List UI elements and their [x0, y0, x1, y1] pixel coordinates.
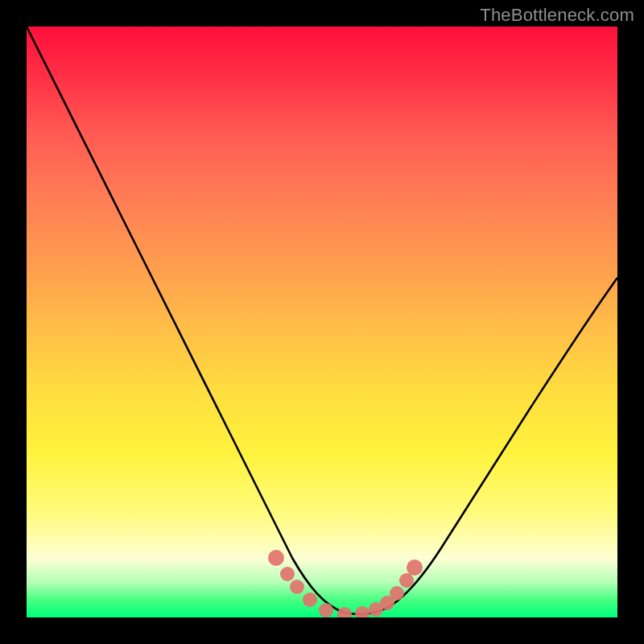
watermark-text: TheBottleneck.com — [480, 5, 634, 26]
svg-point-2 — [290, 580, 304, 594]
chart-frame: TheBottleneck.com — [0, 0, 644, 644]
svg-point-11 — [407, 559, 423, 576]
svg-point-4 — [319, 603, 333, 617]
plot-area — [27, 27, 617, 617]
chart-svg — [27, 27, 617, 617]
svg-point-9 — [390, 586, 404, 601]
svg-point-6 — [355, 606, 369, 617]
svg-point-5 — [337, 607, 352, 617]
svg-point-0 — [268, 550, 284, 566]
trough-markers — [268, 550, 423, 617]
svg-point-1 — [280, 567, 295, 581]
svg-point-10 — [399, 573, 414, 588]
svg-point-3 — [303, 592, 317, 607]
curve-line — [27, 27, 617, 614]
